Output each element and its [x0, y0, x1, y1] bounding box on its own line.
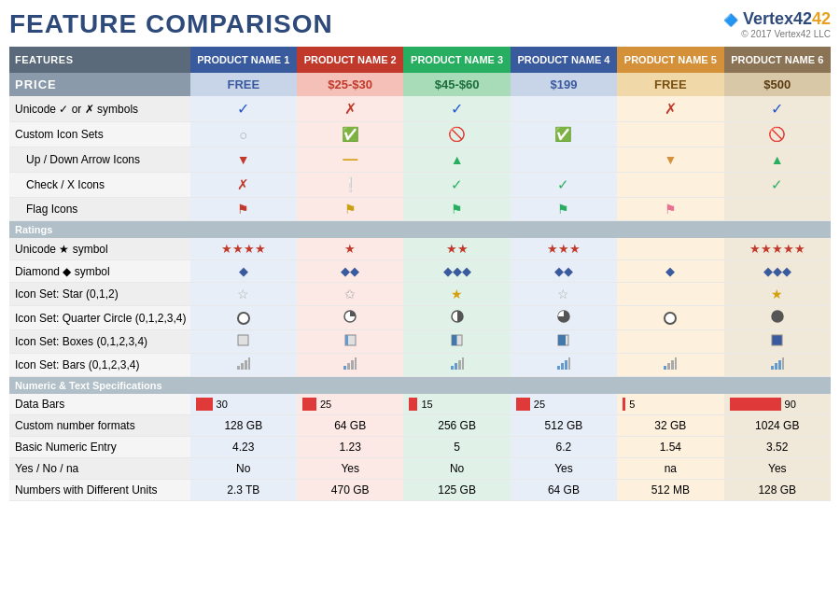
cell-p3: 5 [403, 437, 510, 458]
box-half-icon [451, 334, 463, 346]
text-value: 3.52 [766, 441, 788, 454]
arrow-up-icon: ▲ [771, 152, 784, 167]
quarter-circle-icon [343, 310, 357, 323]
text-value: 128 GB [224, 419, 262, 432]
cell-p5 [617, 354, 723, 377]
cell-p4: 64 GB [511, 480, 617, 501]
cell-p6: Yes [724, 458, 831, 480]
price-value-p6: $500 [724, 73, 831, 96]
cell-p2: ✗ [297, 96, 403, 122]
cell-p6: 1024 GB [724, 415, 831, 437]
copyright-text: © 2017 Vertex42 LLC [723, 29, 831, 39]
bars-icon [664, 357, 677, 370]
diamond-icon: ◆◆ [554, 264, 573, 278]
cell-p5 [617, 173, 723, 198]
text-value: 64 GB [334, 419, 366, 432]
text-value: 1.23 [340, 441, 361, 454]
cell-p1 [190, 330, 297, 354]
cell-p3: ◆◆◆ [403, 260, 510, 283]
feature-label: Unicode ✓ or ✗ symbols [9, 96, 190, 122]
databar [196, 398, 213, 411]
text-value: 512 GB [545, 419, 583, 432]
cell-p4 [511, 147, 617, 173]
check-green-icon: ✓ [451, 176, 463, 192]
cell-p1: 4.23 [190, 437, 297, 458]
cell-p3 [403, 330, 510, 354]
cell-p5 [617, 122, 723, 147]
databar [623, 398, 625, 411]
text-value: 5 [454, 441, 460, 454]
svg-rect-21 [455, 363, 457, 370]
check-icon: ✓ [237, 101, 249, 117]
cell-p1: ⚑ [190, 198, 297, 221]
price-value-p4: $199 [511, 73, 617, 96]
circle-check-icon: ✅ [342, 126, 359, 142]
cell-p5 [617, 283, 723, 306]
stars-icon: ★★★★ [221, 242, 266, 256]
cell-p5 [617, 330, 723, 354]
databar-wrap: 90 [730, 398, 825, 411]
svg-rect-18 [351, 360, 354, 370]
cell-p1 [190, 306, 297, 330]
databar-wrap: 25 [516, 398, 611, 411]
cell-p4: ★★★ [511, 238, 617, 260]
cell-p3: ✓ [403, 173, 510, 198]
text-value: 1.54 [660, 441, 681, 454]
cell-p2 [297, 354, 403, 377]
databar-wrap: 30 [196, 398, 291, 411]
cell-p5: ▼ [617, 147, 723, 173]
feature-label: Icon Set: Boxes (0,1,2,3,4) [9, 330, 190, 354]
cell-p4: ⚑ [511, 198, 617, 221]
cell-p1: 128 GB [190, 415, 297, 437]
cell-p2: 1.23 [297, 437, 403, 458]
cell-p1: ✗ [190, 173, 297, 198]
page-title: FEATURE COMPARISON [9, 9, 333, 39]
svg-rect-30 [671, 360, 674, 370]
price-value-p1: FREE [190, 73, 297, 96]
cell-p3: ▲ [403, 147, 510, 173]
cell-p6: 3.52 [724, 437, 831, 458]
cell-p3: 125 GB [403, 480, 510, 501]
svg-rect-32 [771, 366, 774, 370]
svg-rect-27 [568, 357, 570, 370]
price-value-p3: $45-$60 [403, 73, 510, 96]
cell-p3: 🚫 [403, 122, 510, 147]
check-green-icon: ✓ [771, 176, 783, 192]
cell-p1: ☆ [190, 283, 297, 306]
cell-p1: 2.3 TB [190, 480, 297, 501]
cell-p6: ◆◆◆ [724, 260, 831, 283]
cell-p2: 64 GB [297, 415, 403, 437]
star-outline-icon: ☆ [237, 287, 249, 301]
cell-p5: ◆ [617, 260, 723, 283]
check-green-icon: ✓ [557, 176, 569, 192]
feature-label: Yes / No / na [9, 458, 190, 480]
cell-p5 [617, 238, 723, 260]
cell-p5: 1.54 [617, 437, 723, 458]
cell-p3: ✓ [403, 96, 510, 122]
star-half-icon: ✩ [344, 287, 356, 301]
three-quarter-circle-icon [557, 310, 570, 323]
svg-rect-10 [558, 335, 566, 345]
table-row: Basic Numeric Entry4.231.2356.21.543.52 [9, 437, 831, 458]
cell-p2: ★ [297, 238, 403, 260]
svg-rect-23 [462, 357, 464, 370]
cell-p5: 512 MB [617, 480, 723, 501]
cell-p4 [511, 96, 617, 122]
star-outline-icon: ☆ [557, 287, 569, 301]
cell-p4: 512 GB [511, 415, 617, 437]
cell-p1 [190, 354, 297, 377]
cell-p1: ◆ [190, 260, 297, 283]
table-row: Icon Set: Bars (0,1,2,3,4) [9, 354, 831, 377]
table-row: Icon Set: Star (0,1,2)☆✩★☆★ [9, 283, 831, 306]
section-header: Numeric & Text Specifications [9, 377, 831, 395]
cell-p2 [297, 306, 403, 330]
cross-icon: ✗ [665, 101, 677, 117]
table-row: Diamond ◆ symbol◆◆◆◆◆◆◆◆◆◆◆◆ [9, 260, 831, 283]
text-value: 6.2 [556, 441, 572, 454]
stars-icon: ★ [344, 242, 356, 256]
databar-wrap: 15 [409, 398, 504, 411]
diamond-icon: ◆◆ [341, 264, 359, 278]
table-row: Numbers with Different Units2.3 TB470 GB… [9, 480, 831, 501]
feature-label: Check / X Icons [9, 173, 190, 198]
feature-label: Icon Set: Bars (0,1,2,3,4) [9, 354, 190, 377]
